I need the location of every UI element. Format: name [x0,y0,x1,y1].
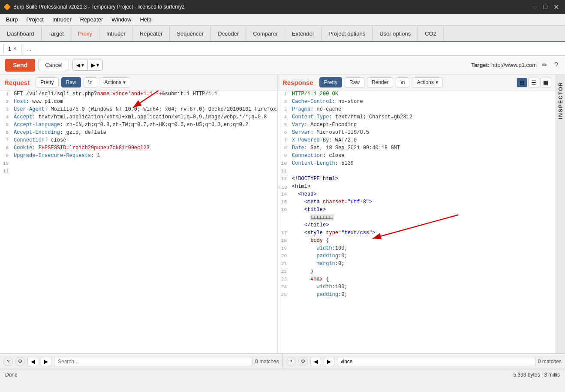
repeater-tab-1[interactable]: 1 ✕ [3,44,21,54]
code-line: 7 Connection: close [0,137,277,145]
request-title: Request [4,79,30,86]
response-search-forward-button[interactable]: ▶ [324,357,334,366]
tab-co2[interactable]: CO2 [418,26,444,41]
inspector-label: INSPECTOR [558,81,564,119]
code-line: 20 padding:0; [278,253,556,260]
code-line: □□□□□□□ [278,214,556,222]
request-actions-button[interactable]: Actions ▾ [100,77,130,87]
title-text: Burp Suite Professional v2021.3 - Tempor… [13,4,184,10]
request-code-area[interactable]: 1 GET /vul/sqli/sqli_str.php?name=vince'… [0,90,277,353]
tab-proxy[interactable]: Proxy [71,26,99,42]
code-line: </title> [278,222,556,229]
request-panel-header: Request Pretty Raw \n Actions ▾ [0,75,277,90]
status-text: Done [5,372,18,378]
response-search-input[interactable] [337,357,535,366]
request-search-settings-button[interactable]: ⚙ [15,357,25,366]
request-tab-newline[interactable]: \n [84,77,97,87]
tab-user-options[interactable]: User options [373,26,418,41]
code-line: 24 width:100; [278,283,556,291]
nav-back-button[interactable]: ◀ ▾ [72,60,87,71]
response-search-half: ? ⚙ ◀ ▶ 0 matches [283,354,565,369]
response-panel: Response Pretty Raw Render \n Actions ▾ … [278,75,556,353]
code-line: 18 body { [278,237,556,245]
code-line: 3 Pragma: no-cache [278,106,556,114]
response-tab-pretty[interactable]: Pretty [319,77,342,87]
request-search-match-count: 0 matches [255,359,279,365]
app-icon: 🔶 [3,3,11,10]
code-line: 4 Accept: text/html,application/xhtml+xm… [0,114,277,121]
code-line: 7 X-Powered-By: WAF/2.0 [278,137,556,145]
main-content: Request Pretty Raw \n Actions ▾ 1 [0,75,565,353]
tab-project-options[interactable]: Project options [322,26,373,41]
status-info: 5,393 bytes | 3 millis [514,372,560,378]
tab-repeater[interactable]: Repeater [133,26,170,41]
tab-intruder[interactable]: Intruder [99,26,133,41]
request-search-help-button[interactable]: ? [3,357,13,366]
code-line: 17 <style type="text/css"> [278,229,556,237]
menu-window[interactable]: Window [107,15,135,24]
dropdown-icon: ▾ [123,79,126,85]
repeater-tab-more[interactable]: ... [23,44,35,54]
code-line: 25 padding:0; [278,291,556,299]
code-line: 11 [0,168,277,175]
menu-help[interactable]: Help [135,15,156,24]
response-search-settings-button[interactable]: ⚙ [298,357,308,366]
code-line: 12 <!DOCTYPE html> [278,175,556,183]
request-tab-raw[interactable]: Raw [61,77,81,87]
code-line: 22 } [278,268,556,276]
code-line: 16 <title> [278,206,556,214]
inspector-panel: INSPECTOR [556,75,565,353]
response-panel-header: Response Pretty Raw Render \n Actions ▾ … [278,75,556,90]
close-button[interactable]: ✕ [551,3,562,11]
response-search-help-button[interactable]: ? [286,357,296,366]
help-button[interactable]: ? [553,60,560,71]
view-split-h-button[interactable]: ☰ [528,78,539,87]
request-search-forward-button[interactable]: ▶ [41,357,51,366]
code-line: 21 margin:0; [278,260,556,268]
tab-comparer[interactable]: Comparer [246,26,285,41]
response-code-area[interactable]: 1 HTTP/1.1 200 OK 2 Cache-Control: no-st… [278,90,556,353]
request-tab-pretty[interactable]: Pretty [36,77,58,87]
response-tab-raw[interactable]: Raw [345,77,364,87]
tab-sequencer[interactable]: Sequencer [170,26,211,41]
request-search-back-button[interactable]: ◀ [27,357,38,366]
response-actions-button[interactable]: Actions ▾ [412,77,442,87]
target-display: Target: http://www.p1.com ✏ ? [471,59,560,71]
search-bar: ? ⚙ ◀ ▶ 0 matches ? ⚙ ◀ ▶ 0 matches [0,353,565,369]
code-line: 9 Connection: close [278,152,556,160]
code-line: 19 width:100; [278,245,556,253]
code-line: 6 Accept-Encoding: gzip, deflate [0,129,277,137]
view-split-v-button[interactable]: ⊞ [517,78,527,87]
response-title: Response [282,79,313,86]
edit-target-button[interactable]: ✏ [540,59,549,71]
code-line: 15 <meta charset="utf-8"> [278,199,556,206]
tab-extender[interactable]: Extender [285,26,322,41]
response-search-back-button[interactable]: ◀ [310,357,321,366]
code-line: 10 Content-Length: 5139 [278,160,556,168]
tab-target[interactable]: Target [42,26,71,41]
minimize-button[interactable]: ─ [530,3,540,11]
maximize-button[interactable]: □ [541,3,550,11]
tab-decoder[interactable]: Decoder [211,26,246,41]
tab-dashboard[interactable]: Dashboard [0,26,42,41]
repeater-tab-strip: 1 ✕ ... [0,42,565,56]
code-line: 5 Accept-Language: zh-CN,zh;q=0.8,zh-TW;… [0,121,277,129]
menu-burp[interactable]: Burp [2,15,22,24]
dropdown-icon: ▾ [436,79,438,85]
request-search-input[interactable] [54,357,252,366]
send-button[interactable]: Send [5,59,35,72]
nav-forward-button[interactable]: ▶ ▾ [87,60,103,71]
response-tab-newline[interactable]: \n [396,77,409,87]
menu-repeater[interactable]: Repeater [76,15,107,24]
cancel-button[interactable]: Cancel [39,59,69,71]
code-line: 8 Cookie: PHPSESSID=lrpich29pupeu7ck8ir9… [0,145,277,152]
menu-intruder[interactable]: Intruder [48,15,76,24]
request-panel: Request Pretty Raw \n Actions ▾ 1 [0,75,278,353]
code-line: 2 Host: www.p1.com [0,98,277,106]
code-line: 2 Cache-Control: no-store [278,98,556,106]
toolbar: Send Cancel ◀ ▾ ▶ ▾ Target: http://www.p… [0,56,565,75]
tab-close-icon[interactable]: ✕ [13,46,17,51]
response-tab-render[interactable]: Render [367,77,393,87]
view-single-button[interactable]: ▦ [540,78,551,87]
menu-project[interactable]: Project [22,15,48,24]
